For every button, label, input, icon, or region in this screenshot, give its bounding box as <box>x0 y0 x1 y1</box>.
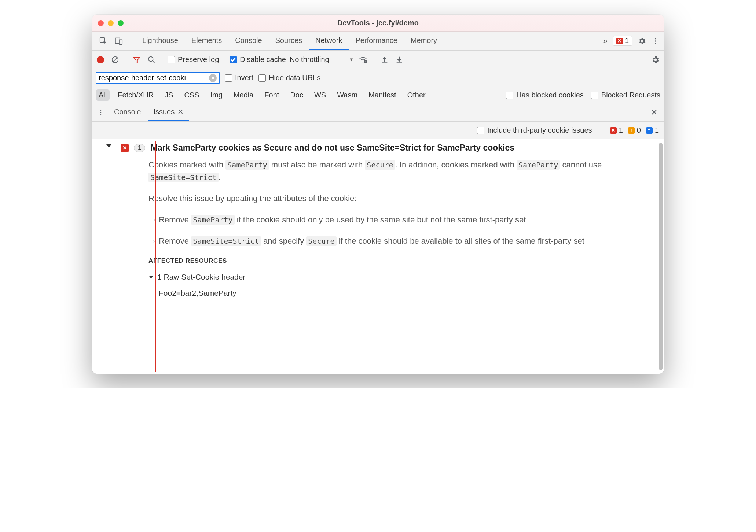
network-settings-gear-icon[interactable] <box>650 55 661 64</box>
type-chip-doc[interactable]: Doc <box>287 89 306 101</box>
svg-point-15 <box>100 112 102 113</box>
svg-point-4 <box>655 40 656 42</box>
divider <box>601 125 601 136</box>
type-chip-img[interactable]: Img <box>208 89 225 101</box>
issue-header[interactable]: ✕ 1 Mark SameParty cookies as Secure and… <box>121 143 659 153</box>
issue-count-info[interactable]: ❝ 1 <box>646 126 659 134</box>
clear-icon[interactable] <box>110 56 121 64</box>
preserve-log-checkbox[interactable]: Preserve log <box>168 55 219 64</box>
record-button[interactable] <box>95 56 106 63</box>
invert-label: Invert <box>235 74 253 82</box>
type-chip-css[interactable]: CSS <box>181 89 202 101</box>
text: . In addition, cookies marked with <box>395 160 517 169</box>
affected-resource-label: 1 Raw Set-Cookie header <box>157 271 245 283</box>
hide-data-urls-label: Hide data URLs <box>269 74 320 82</box>
tab-memory[interactable]: Memory <box>404 32 444 50</box>
divider <box>126 55 126 65</box>
main-tabs-list: Lighthouse Elements Console Sources Netw… <box>136 32 444 50</box>
device-toggle-icon[interactable] <box>111 32 126 51</box>
text: Remove <box>159 215 191 224</box>
blocked-requests-checkbox[interactable]: Blocked Requests <box>591 91 660 99</box>
type-chip-fetchxhr[interactable]: Fetch/XHR <box>115 89 157 101</box>
type-chip-ws[interactable]: WS <box>311 89 329 101</box>
filter-input[interactable] <box>99 74 209 82</box>
tab-elements[interactable]: Elements <box>185 32 228 50</box>
disable-cache-label: Disable cache <box>240 55 286 64</box>
network-toolbar: Preserve log Disable cache No throttling… <box>92 51 664 69</box>
preserve-log-input[interactable] <box>168 56 175 63</box>
type-chip-other[interactable]: Other <box>404 89 429 101</box>
include-third-party-label: Include third-party cookie issues <box>487 126 592 134</box>
drawer-close-icon[interactable]: ✕ <box>647 108 661 117</box>
hide-data-urls-checkbox[interactable]: Hide data URLs <box>258 74 320 82</box>
drawer-tab-strip: Console Issues ✕ ✕ <box>92 103 664 122</box>
throttling-value: No throttling <box>290 55 329 64</box>
download-har-icon[interactable] <box>394 56 405 64</box>
throttling-select[interactable]: No throttling ▼ <box>290 55 354 64</box>
blocked-requests-label: Blocked Requests <box>601 91 660 99</box>
include-third-party-checkbox[interactable]: Include third-party cookie issues <box>477 126 592 134</box>
drawer-more-icon[interactable] <box>95 108 107 117</box>
disable-cache-checkbox[interactable]: Disable cache <box>230 55 286 64</box>
network-conditions-icon[interactable] <box>357 55 368 64</box>
upload-har-icon[interactable] <box>379 56 390 64</box>
expand-triangle-icon[interactable] <box>149 276 153 278</box>
drawer-tab-console[interactable]: Console <box>109 103 146 121</box>
expand-triangle-icon[interactable] <box>106 144 111 148</box>
zoom-window-button[interactable] <box>118 20 124 26</box>
tab-console[interactable]: Console <box>228 32 268 50</box>
tab-performance[interactable]: Performance <box>349 32 404 50</box>
invert-checkbox[interactable]: Invert <box>225 74 253 82</box>
scrollbar[interactable] <box>659 143 663 370</box>
settings-gear-icon[interactable] <box>638 37 646 45</box>
minimize-window-button[interactable] <box>108 20 114 26</box>
type-chip-wasm[interactable]: Wasm <box>334 89 360 101</box>
resource-type-filters: All Fetch/XHR JS CSS Img Media Font Doc … <box>92 87 664 103</box>
issue-bullet-1: Remove SameParty if the cookie should on… <box>148 214 652 226</box>
affected-resource-row[interactable]: 1 Raw Set-Cookie header <box>148 271 652 283</box>
search-icon[interactable] <box>146 56 157 64</box>
close-window-button[interactable] <box>98 20 104 26</box>
filter-icon[interactable] <box>131 56 142 64</box>
type-chip-all[interactable]: All <box>96 89 110 101</box>
type-chip-js[interactable]: JS <box>162 89 176 101</box>
error-count-badge[interactable]: ✕ 1 <box>613 36 632 46</box>
clear-filter-icon[interactable]: ✕ <box>209 74 217 82</box>
tab-network[interactable]: Network <box>309 32 349 50</box>
inspect-element-icon[interactable] <box>96 32 111 51</box>
issue-count-error[interactable]: ✕ 1 <box>610 126 623 134</box>
divider <box>224 55 224 65</box>
issue-count-warn-value: 0 <box>637 126 641 134</box>
has-blocked-cookies-input[interactable] <box>506 92 513 99</box>
svg-point-16 <box>100 114 102 115</box>
svg-rect-13 <box>396 62 402 63</box>
type-chip-manifest[interactable]: Manifest <box>366 89 399 101</box>
affected-resources-heading: AFFECTED RESOURCES <box>148 256 652 266</box>
svg-point-8 <box>148 56 153 61</box>
filter-input-wrap[interactable]: ✕ <box>96 72 220 84</box>
drawer-tab-issues[interactable]: Issues ✕ <box>148 103 189 121</box>
issue-count-warn[interactable]: ! 0 <box>628 126 641 134</box>
network-filter-row: ✕ Invert Hide data URLs <box>92 69 664 87</box>
issue-body: Cookies marked with SameParty must also … <box>121 153 659 299</box>
invert-input[interactable] <box>225 74 232 82</box>
issues-pane: ✕ 1 Mark SameParty cookies as Secure and… <box>92 139 664 374</box>
blocked-requests-input[interactable] <box>591 92 598 99</box>
include-third-party-input[interactable] <box>477 127 484 134</box>
drawer-tab-issues-label: Issues <box>153 108 175 116</box>
tab-overflow-button[interactable]: » <box>603 36 608 46</box>
type-chip-media[interactable]: Media <box>231 89 256 101</box>
code-secure: Secure <box>306 236 336 246</box>
type-chip-font[interactable]: Font <box>261 89 282 101</box>
tab-sources[interactable]: Sources <box>269 32 309 50</box>
issue-count-error-value: 1 <box>619 126 623 134</box>
text: cannot use <box>560 160 602 169</box>
svg-rect-12 <box>382 62 387 63</box>
tab-lighthouse[interactable]: Lighthouse <box>136 32 185 50</box>
hide-data-urls-input[interactable] <box>258 74 266 82</box>
more-menu-icon[interactable] <box>652 37 660 45</box>
disable-cache-input[interactable] <box>230 56 237 63</box>
close-tab-icon[interactable]: ✕ <box>177 107 184 116</box>
issue-headline: Mark SameParty cookies as Secure and do … <box>150 143 514 153</box>
has-blocked-cookies-checkbox[interactable]: Has blocked cookies <box>506 91 583 99</box>
